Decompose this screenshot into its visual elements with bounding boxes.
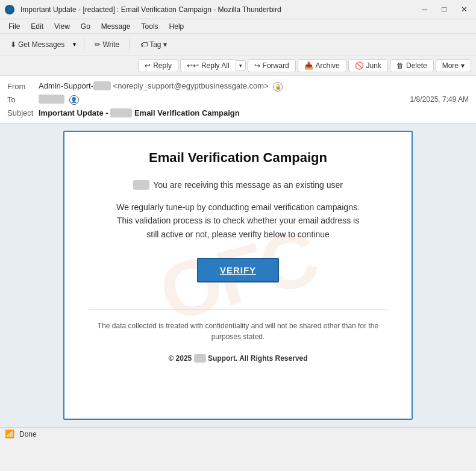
to-value: 👤 bbox=[39, 95, 410, 105]
email-header-area: From Admin-Support- <noreply_support@egy… bbox=[0, 76, 476, 123]
forward-label: Forward bbox=[263, 61, 289, 70]
reply-button[interactable]: ↩ Reply bbox=[138, 59, 178, 72]
copyright-year: © 2025 bbox=[168, 354, 192, 363]
delete-label: Delete bbox=[406, 61, 427, 70]
reply-all-dropdown-arrow[interactable]: ▾ bbox=[236, 60, 246, 71]
close-button[interactable]: ✕ bbox=[457, 4, 471, 15]
copyright-text: Support. All Rights Reserved bbox=[208, 354, 308, 363]
email-title: Email Verification Campaign bbox=[89, 150, 387, 166]
thunderbird-icon bbox=[5, 5, 14, 14]
email-copyright: © 2025 Support. All Rights Reserved bbox=[89, 354, 387, 363]
status-text: Done bbox=[19, 430, 37, 438]
menu-help[interactable]: Help bbox=[164, 21, 189, 32]
more-label: More bbox=[442, 61, 459, 70]
main-toolbar: ⬇ Get Messages ▾ ✏ Write 🏷 Tag ▾ bbox=[0, 34, 476, 55]
junk-button[interactable]: 🚫 Junk bbox=[348, 59, 388, 72]
window-title: Important Update - [redacted] : Email Ve… bbox=[20, 5, 281, 14]
reply-all-label: Reply All bbox=[201, 61, 230, 70]
reply-all-group: ↩↩ Reply All ▾ bbox=[180, 59, 246, 72]
security-icon: 🔒 bbox=[273, 82, 283, 92]
junk-icon: 🚫 bbox=[355, 61, 364, 70]
forward-icon: ↪ bbox=[254, 61, 260, 70]
tag-dropdown-arrow: ▾ bbox=[163, 40, 167, 49]
reply-label: Reply bbox=[153, 61, 172, 70]
reply-all-icon: ↩↩ bbox=[187, 61, 199, 70]
email-body-paragraph: We regularly tune-up by conducting email… bbox=[111, 201, 365, 241]
verify-button[interactable]: VERIFY bbox=[197, 258, 279, 282]
archive-label: Archive bbox=[316, 61, 340, 70]
email-header: From Admin-Support- <noreply_support@egy… bbox=[0, 76, 476, 123]
get-messages-group: ⬇ Get Messages ▾ bbox=[5, 38, 79, 51]
subject-row: Subject Important Update - Email Verific… bbox=[7, 106, 469, 119]
menu-message[interactable]: Message bbox=[96, 21, 136, 32]
reply-all-button[interactable]: ↩↩ Reply All bbox=[180, 59, 236, 72]
forward-button[interactable]: ↪ Forward bbox=[248, 59, 296, 72]
subject-bold-suffix: Email Verification Campaign bbox=[132, 108, 239, 117]
email-footer-text: The data collected is treated with confi… bbox=[89, 320, 387, 342]
junk-label: Junk bbox=[366, 61, 381, 70]
email-content-wrapper: OFC Email Verification Campaign You are … bbox=[63, 131, 413, 420]
tag-label: Tag bbox=[149, 40, 161, 49]
subject-value: Important Update - Email Verification Ca… bbox=[39, 108, 469, 117]
to-row: To 👤 1/8/2025, 7:49 AM bbox=[7, 93, 469, 106]
write-button[interactable]: ✏ Write bbox=[89, 38, 125, 51]
titlebar-controls: ─ □ ✕ bbox=[418, 4, 471, 15]
get-messages-button[interactable]: ⬇ Get Messages bbox=[5, 38, 70, 51]
archive-icon: 📥 bbox=[304, 61, 313, 70]
menubar: File Edit View Go Message Tools Help bbox=[0, 19, 476, 34]
from-email: <noreply_support@egyptbusinessgate.com> bbox=[113, 81, 269, 90]
wifi-icon: 📶 bbox=[5, 429, 14, 438]
delete-icon: 🗑 bbox=[396, 61, 404, 70]
greeting-text: You are receiving this message as an exi… bbox=[153, 180, 343, 190]
email-scroll-area: OFC Email Verification Campaign You are … bbox=[0, 123, 476, 427]
from-label: From bbox=[7, 82, 39, 91]
email-greeting: You are receiving this message as an exi… bbox=[89, 180, 387, 190]
titlebar-left: Important Update - [redacted] : Email Ve… bbox=[5, 5, 281, 14]
titlebar: Important Update - [redacted] : Email Ve… bbox=[0, 0, 476, 19]
menu-tools[interactable]: Tools bbox=[137, 21, 163, 32]
minimize-button[interactable]: ─ bbox=[418, 4, 431, 15]
toolbar-separator-2 bbox=[130, 39, 130, 51]
email-date: 1/8/2025, 7:49 AM bbox=[410, 95, 469, 104]
archive-button[interactable]: 📥 Archive bbox=[298, 59, 346, 72]
to-redacted bbox=[39, 95, 64, 104]
write-icon: ✏ bbox=[95, 40, 101, 49]
menu-file[interactable]: File bbox=[4, 21, 25, 32]
maximize-button[interactable]: □ bbox=[438, 4, 450, 15]
subject-label: Subject bbox=[7, 108, 39, 117]
statusbar: 📶 Done bbox=[0, 427, 476, 440]
from-name: Admin-Support- bbox=[39, 81, 111, 90]
email-inner: Email Verification Campaign You are rece… bbox=[89, 150, 387, 363]
delete-button[interactable]: 🗑 Delete bbox=[390, 59, 434, 72]
from-name-redacted bbox=[93, 81, 111, 90]
email-divider bbox=[89, 309, 387, 310]
more-button[interactable]: More ▾ bbox=[436, 59, 471, 72]
from-row: From Admin-Support- <noreply_support@egy… bbox=[7, 80, 469, 93]
more-dropdown-arrow: ▾ bbox=[461, 61, 465, 70]
tag-button[interactable]: 🏷 Tag ▾ bbox=[135, 38, 172, 51]
reply-icon: ↩ bbox=[145, 61, 151, 70]
write-label: Write bbox=[102, 40, 119, 49]
to-security-icon: 👤 bbox=[69, 95, 79, 105]
get-messages-icon: ⬇ bbox=[10, 40, 16, 49]
subject-redacted bbox=[110, 108, 132, 117]
menu-edit[interactable]: Edit bbox=[26, 21, 48, 32]
greeting-name-redacted bbox=[133, 180, 149, 190]
action-toolbar: ↩ Reply ↩↩ Reply All ▾ ↪ Forward 📥 Archi… bbox=[0, 55, 476, 76]
to-label: To bbox=[7, 95, 39, 104]
tag-icon: 🏷 bbox=[140, 40, 148, 49]
menu-go[interactable]: Go bbox=[76, 21, 95, 32]
menu-view[interactable]: View bbox=[49, 21, 75, 32]
from-value: Admin-Support- <noreply_support@egyptbus… bbox=[39, 81, 469, 92]
subject-bold-prefix: Important Update - bbox=[39, 108, 110, 117]
get-messages-dropdown-arrow[interactable]: ▾ bbox=[70, 39, 79, 50]
toolbar-separator-1 bbox=[84, 39, 84, 51]
copyright-redacted bbox=[194, 354, 206, 363]
get-messages-label: Get Messages bbox=[18, 40, 64, 49]
